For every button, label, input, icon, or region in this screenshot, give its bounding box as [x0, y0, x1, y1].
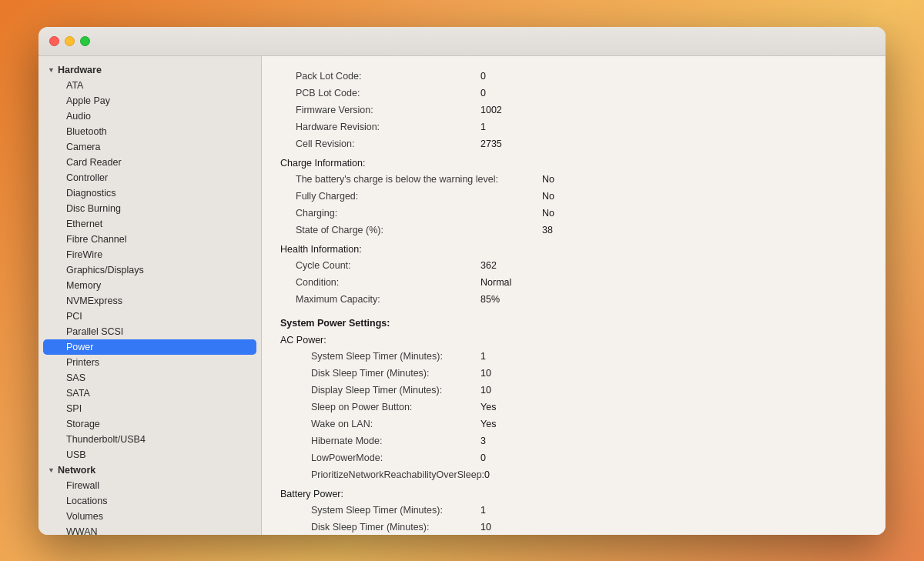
row-value: No [542, 205, 554, 221]
sidebar-item-card-reader[interactable]: Card Reader [38, 155, 261, 170]
row-value: 10 [480, 366, 491, 381]
sidebar-item-diagnostics[interactable]: Diagnostics [38, 185, 261, 201]
maximize-button[interactable] [80, 36, 90, 46]
row-label: PCB Lot Code: [280, 85, 480, 101]
row-label: State of Charge (%): [280, 222, 542, 238]
sidebar-item-graphics-displays[interactable]: Graphics/Displays [38, 262, 261, 278]
table-row: State of Charge (%):38 [280, 222, 867, 238]
sidebar-item-printers[interactable]: Printers [38, 355, 261, 370]
row-label: Disk Sleep Timer (Minutes): [280, 366, 480, 381]
row-label: Hardware Revision: [280, 119, 480, 135]
sidebar-item-ata[interactable]: ATA [38, 78, 261, 93]
row-label: Disk Sleep Timer (Minutes): [280, 519, 480, 535]
row-value: No [542, 189, 554, 204]
sidebar-section-hardware[interactable]: ▼Hardware [38, 62, 261, 78]
row-value: 0 [480, 450, 486, 466]
sidebar-item-usb[interactable]: USB [38, 447, 261, 462]
row-label: Fully Charged: [280, 189, 542, 204]
sidebar-item-firewall[interactable]: Firewall [38, 478, 261, 493]
row-value: 0 [480, 85, 486, 101]
row-value: 10 [480, 382, 491, 398]
table-row: Firmware Version:1002 [280, 102, 867, 118]
sidebar-section-network[interactable]: ▼Network [38, 462, 261, 478]
row-value: 1002 [480, 102, 502, 118]
sidebar-item-firewire[interactable]: FireWire [38, 247, 261, 262]
sidebar-item-fibre-channel[interactable]: Fibre Channel [38, 232, 261, 247]
row-label: Maximum Capacity: [280, 292, 480, 307]
sidebar-item-parallel-scsi[interactable]: Parallel SCSI [38, 324, 261, 339]
table-row: Hibernate Mode:3 [280, 433, 867, 449]
app-window: ▼HardwareATAApple PayAudioBluetoothCamer… [38, 27, 886, 535]
row-label: PrioritizeNetworkReachabilityOverSleep: [280, 467, 484, 483]
sidebar-item-audio[interactable]: Audio [38, 109, 261, 124]
table-row: Maximum Capacity:85% [280, 292, 867, 307]
sidebar-item-locations[interactable]: Locations [38, 493, 261, 509]
chevron-down-icon: ▼ [48, 66, 55, 74]
table-row: LowPowerMode:0 [280, 450, 867, 466]
table-row: Hardware Revision:1 [280, 119, 867, 135]
sidebar-item-camera[interactable]: Camera [38, 139, 261, 155]
sidebar-item-thunderbolt-usb4[interactable]: Thunderbolt/USB4 [38, 432, 261, 447]
sidebar-item-ethernet[interactable]: Ethernet [38, 216, 261, 232]
sidebar-item-bluetooth[interactable]: Bluetooth [38, 124, 261, 139]
close-button[interactable] [49, 36, 59, 46]
row-value: Yes [480, 399, 496, 415]
row-label: System Sleep Timer (Minutes): [280, 349, 480, 364]
sidebar-item-power[interactable]: Power [43, 339, 256, 355]
system-power-header: System Power Settings: [280, 318, 867, 329]
row-label: LowPowerMode: [280, 450, 480, 466]
table-row: Cell Revision:2735 [280, 136, 867, 152]
table-row: Charging:No [280, 205, 867, 221]
sidebar-item-nvmexpress[interactable]: NVMExpress [38, 293, 261, 309]
sidebar-item-controller[interactable]: Controller [38, 170, 261, 185]
row-label: Cell Revision: [280, 136, 480, 152]
table-row: Display Sleep Timer (Minutes):10 [280, 382, 867, 398]
table-row: Sleep on Power Button:Yes [280, 399, 867, 415]
sidebar-item-sas[interactable]: SAS [38, 370, 261, 386]
row-label: The battery's charge is below the warnin… [280, 172, 542, 187]
sidebar-item-disc-burning[interactable]: Disc Burning [38, 201, 261, 216]
battery-power-header: Battery Power: [280, 489, 867, 499]
sidebar-item-sata[interactable]: SATA [38, 386, 261, 401]
table-row: Fully Charged:No [280, 189, 867, 204]
table-row: System Sleep Timer (Minutes):1 [280, 349, 867, 364]
row-value: 0 [480, 68, 486, 84]
row-label: Sleep on Power Button: [280, 399, 480, 415]
sidebar-item-pci[interactable]: PCI [38, 309, 261, 324]
row-value: 1 [480, 119, 486, 135]
table-row: Wake on LAN:Yes [280, 416, 867, 432]
content-area: ▼HardwareATAApple PayAudioBluetoothCamer… [38, 56, 886, 535]
row-value: 362 [480, 258, 497, 273]
sidebar-item-memory[interactable]: Memory [38, 278, 261, 293]
row-value: 10 [480, 519, 491, 535]
sidebar-item-wwan[interactable]: WWAN [38, 524, 261, 535]
table-row: Condition:Normal [280, 275, 867, 290]
sidebar-item-apple-pay[interactable]: Apple Pay [38, 93, 261, 109]
main-content: Pack Lot Code:0PCB Lot Code:0Firmware Ve… [262, 56, 886, 535]
sidebar: ▼HardwareATAApple PayAudioBluetoothCamer… [38, 56, 262, 535]
row-value: 0 [484, 467, 490, 483]
row-value: Yes [480, 416, 496, 432]
charge-header: Charge Information: [280, 158, 867, 169]
row-value: Normal [480, 275, 511, 290]
table-row: Pack Lot Code:0 [280, 68, 867, 84]
row-label: Pack Lot Code: [280, 68, 480, 84]
ac-power-header: AC Power: [280, 335, 867, 346]
row-value: No [542, 172, 554, 187]
table-row: System Sleep Timer (Minutes):1 [280, 503, 867, 518]
titlebar [38, 27, 886, 56]
sidebar-item-storage[interactable]: Storage [38, 416, 261, 432]
row-label: Charging: [280, 205, 542, 221]
row-value: 3 [480, 433, 486, 449]
table-row: The battery's charge is below the warnin… [280, 172, 867, 187]
sidebar-item-volumes[interactable]: Volumes [38, 509, 261, 524]
row-value: 1 [480, 349, 486, 364]
row-value: 1 [480, 503, 486, 518]
table-row: PrioritizeNetworkReachabilityOverSleep:0 [280, 467, 867, 483]
minimize-button[interactable] [65, 36, 75, 46]
row-value: 38 [542, 222, 553, 238]
row-value: 2735 [480, 136, 502, 152]
row-label: Condition: [280, 275, 480, 290]
sidebar-item-spi[interactable]: SPI [38, 401, 261, 416]
table-row: Cycle Count:362 [280, 258, 867, 273]
